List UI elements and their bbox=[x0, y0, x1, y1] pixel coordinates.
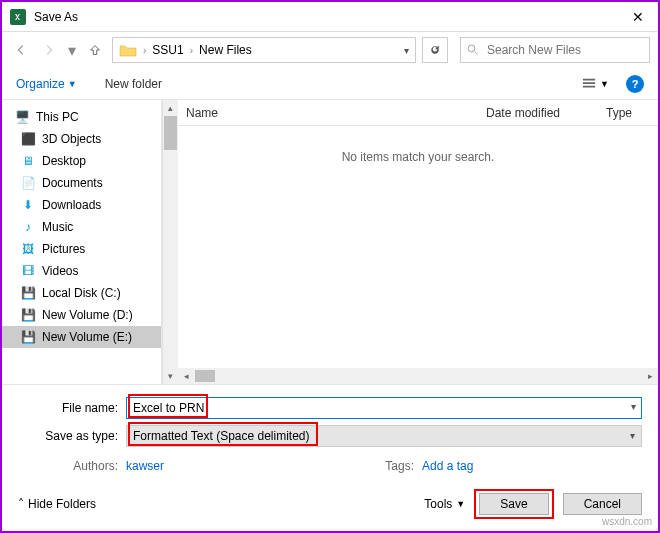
chevron-right-icon: › bbox=[141, 45, 148, 56]
tree-this-pc[interactable]: 🖥️ This PC bbox=[2, 106, 161, 128]
tree-label: Music bbox=[42, 220, 73, 234]
tree-scrollbar[interactable]: ▴ ▾ bbox=[162, 100, 178, 384]
up-button[interactable] bbox=[84, 39, 106, 61]
body: 🖥️ This PC ⬛3D Objects 🖥Desktop 📄Documen… bbox=[2, 100, 658, 384]
help-button[interactable]: ? bbox=[626, 75, 644, 93]
column-name[interactable]: Name bbox=[178, 106, 478, 120]
breadcrumb-dropdown[interactable]: ▾ bbox=[404, 45, 409, 56]
column-date[interactable]: Date modified bbox=[478, 106, 598, 120]
svg-rect-3 bbox=[583, 85, 595, 87]
tree-pictures[interactable]: 🖼Pictures bbox=[2, 238, 161, 260]
search-input[interactable] bbox=[485, 42, 643, 58]
tree-3d-objects[interactable]: ⬛3D Objects bbox=[2, 128, 161, 150]
download-icon: ⬇ bbox=[20, 197, 36, 213]
hide-folders-button[interactable]: ˄ Hide Folders bbox=[18, 497, 96, 511]
tree-new-volume-d[interactable]: 💾New Volume (D:) bbox=[2, 304, 161, 326]
tree-local-disk-c[interactable]: 💾Local Disk (C:) bbox=[2, 282, 161, 304]
new-folder-button[interactable]: New folder bbox=[105, 77, 162, 91]
tree-label: 3D Objects bbox=[42, 132, 101, 146]
savetype-select[interactable]: Formatted Text (Space delimited) bbox=[126, 425, 642, 447]
breadcrumb[interactable]: › SSU1 › New Files ▾ bbox=[112, 37, 416, 63]
toolbar: Organize ▼ New folder ▼ ? bbox=[2, 68, 658, 100]
column-header-row: Name Date modified Type bbox=[178, 100, 658, 126]
tree-new-volume-e[interactable]: 💾New Volume (E:) bbox=[2, 326, 161, 348]
forward-button[interactable] bbox=[38, 39, 60, 61]
drive-icon: 💾 bbox=[20, 329, 36, 345]
breadcrumb-item[interactable]: SSU1 bbox=[152, 43, 183, 57]
tree-label: Local Disk (C:) bbox=[42, 286, 121, 300]
view-options-button[interactable]: ▼ bbox=[576, 74, 614, 94]
videos-icon: 🎞 bbox=[20, 263, 36, 279]
scrollbar-thumb[interactable] bbox=[195, 370, 215, 382]
nav-row: ▾ › SSU1 › New Files ▾ bbox=[2, 32, 658, 68]
folder-icon bbox=[119, 41, 137, 59]
tree-videos[interactable]: 🎞Videos bbox=[2, 260, 161, 282]
file-list: Name Date modified Type No items match y… bbox=[178, 100, 658, 384]
tags-label: Tags: bbox=[314, 459, 422, 473]
svg-rect-2 bbox=[583, 82, 595, 84]
column-type[interactable]: Type bbox=[598, 106, 658, 120]
back-button[interactable] bbox=[10, 39, 32, 61]
drive-icon: 💾 bbox=[20, 307, 36, 323]
scroll-right-icon[interactable]: ▸ bbox=[642, 371, 658, 381]
authors-label: Authors: bbox=[18, 459, 126, 473]
desktop-icon: 🖥 bbox=[20, 153, 36, 169]
chevron-up-icon: ˄ bbox=[18, 497, 24, 511]
filename-input[interactable] bbox=[126, 397, 642, 419]
tree-label: Documents bbox=[42, 176, 103, 190]
scroll-left-icon[interactable]: ◂ bbox=[178, 371, 194, 381]
save-as-dialog: Save As ✕ ▾ › SSU1 › New Files ▾ Organiz… bbox=[0, 0, 660, 533]
empty-message: No items match your search. bbox=[178, 126, 658, 368]
music-icon: ♪ bbox=[20, 219, 36, 235]
drive-icon: 💾 bbox=[20, 285, 36, 301]
navigation-tree[interactable]: 🖥️ This PC ⬛3D Objects 🖥Desktop 📄Documen… bbox=[2, 100, 162, 384]
excel-icon bbox=[10, 9, 26, 25]
hide-folders-label: Hide Folders bbox=[28, 497, 96, 511]
close-button[interactable]: ✕ bbox=[618, 9, 658, 25]
tree-label: Pictures bbox=[42, 242, 85, 256]
savetype-label: Save as type: bbox=[18, 429, 126, 443]
recent-dropdown[interactable]: ▾ bbox=[66, 39, 78, 61]
tree-desktop[interactable]: 🖥Desktop bbox=[2, 150, 161, 172]
breadcrumb-item[interactable]: New Files bbox=[199, 43, 252, 57]
tree-label: Videos bbox=[42, 264, 78, 278]
tree-downloads[interactable]: ⬇Downloads bbox=[2, 194, 161, 216]
svg-rect-1 bbox=[583, 78, 595, 80]
window-title: Save As bbox=[34, 10, 618, 24]
document-icon: 📄 bbox=[20, 175, 36, 191]
save-form: File name: Save as type: Formatted Text … bbox=[2, 384, 658, 531]
refresh-button[interactable] bbox=[422, 37, 448, 63]
search-box[interactable] bbox=[460, 37, 650, 63]
cancel-button[interactable]: Cancel bbox=[563, 493, 642, 515]
title-bar: Save As ✕ bbox=[2, 2, 658, 32]
savetype-value: Formatted Text (Space delimited) bbox=[133, 429, 310, 443]
save-button[interactable]: Save bbox=[479, 493, 548, 515]
tree-label: This PC bbox=[36, 110, 79, 124]
scrollbar-thumb[interactable] bbox=[164, 116, 177, 150]
tree-label: New Volume (E:) bbox=[42, 330, 132, 344]
cube-icon: ⬛ bbox=[20, 131, 36, 147]
svg-point-0 bbox=[468, 45, 475, 52]
monitor-icon: 🖥️ bbox=[14, 109, 30, 125]
tree-label: Downloads bbox=[42, 198, 101, 212]
list-h-scrollbar[interactable]: ◂ ▸ bbox=[178, 368, 658, 384]
scroll-down-icon[interactable]: ▾ bbox=[163, 368, 178, 384]
tree-label: New Volume (D:) bbox=[42, 308, 133, 322]
filename-label: File name: bbox=[18, 401, 126, 415]
chevron-right-icon: › bbox=[188, 45, 195, 56]
authors-value[interactable]: kawser bbox=[126, 459, 164, 473]
tree-music[interactable]: ♪Music bbox=[2, 216, 161, 238]
scroll-up-icon[interactable]: ▴ bbox=[163, 100, 178, 116]
tree-documents[interactable]: 📄Documents bbox=[2, 172, 161, 194]
tree-label: Desktop bbox=[42, 154, 86, 168]
watermark: wsxdn.com bbox=[602, 516, 652, 527]
pictures-icon: 🖼 bbox=[20, 241, 36, 257]
tools-menu[interactable]: Tools ▼ bbox=[424, 497, 465, 511]
search-icon bbox=[467, 44, 479, 56]
organize-menu[interactable]: Organize ▼ bbox=[16, 77, 77, 91]
tags-value[interactable]: Add a tag bbox=[422, 459, 473, 473]
